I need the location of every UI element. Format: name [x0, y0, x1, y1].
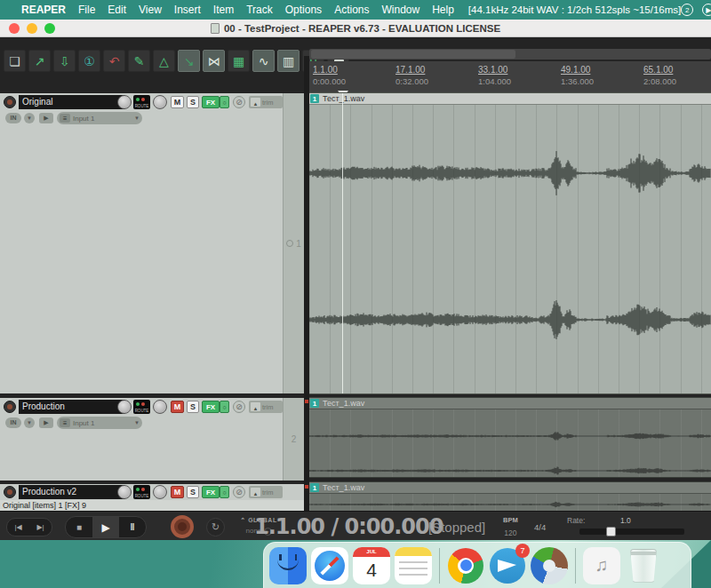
- safari-icon[interactable]: [311, 547, 348, 584]
- rate-slider[interactable]: [579, 528, 684, 535]
- track-name[interactable]: Original: [19, 95, 125, 109]
- transport-position[interactable]: 1.1.00 / 0:00.000: [254, 514, 443, 539]
- trash-icon[interactable]: [625, 547, 662, 584]
- undo-icon[interactable]: ↶: [103, 50, 125, 72]
- input-dropdown-icon[interactable]: ▼: [24, 417, 35, 428]
- horizontal-scrollbar[interactable]: [309, 49, 711, 60]
- track-name[interactable]: Production: [19, 400, 125, 414]
- bpm-control[interactable]: BPM 120: [503, 516, 518, 537]
- input-in-button[interactable]: IN: [5, 417, 21, 428]
- project-tab-icon[interactable]: ①: [78, 50, 100, 72]
- go-to-end-button[interactable]: ▶|: [29, 519, 52, 536]
- media-item-track1[interactable]: 1 Тест_1.wav: [309, 93, 711, 393]
- trim-envelope-button[interactable]: ▲ trim: [249, 96, 283, 108]
- tcp-arrange-divider[interactable]: [304, 56, 309, 540]
- input-in-button[interactable]: IN: [5, 113, 21, 123]
- envelope-button[interactable]: ⊘: [233, 96, 245, 108]
- track-name[interactable]: Production v2: [19, 485, 125, 499]
- solo-button[interactable]: S: [187, 401, 199, 413]
- new-project-icon[interactable]: ❏: [4, 50, 26, 72]
- menu-edit[interactable]: Edit: [108, 4, 126, 16]
- menu-item[interactable]: Item: [213, 4, 234, 16]
- metronome-icon[interactable]: △: [153, 50, 175, 72]
- play-button[interactable]: ▶: [92, 517, 119, 537]
- envelope-points-icon[interactable]: ∿: [252, 50, 275, 72]
- input-select[interactable]: ☰ Input 1 ▼: [57, 417, 142, 429]
- pan-knob[interactable]: [153, 485, 167, 499]
- monitor-button[interactable]: ▶: [39, 417, 53, 428]
- go-to-start-button[interactable]: |◀: [7, 519, 29, 536]
- open-project-icon[interactable]: ↗: [28, 50, 51, 72]
- menu-help[interactable]: Help: [432, 4, 454, 16]
- menu-file[interactable]: File: [78, 4, 95, 16]
- track-panel-original[interactable]: 1 Original ROUTE M S FX ○ ⊘ ▲ trim IN: [0, 93, 304, 393]
- menu-window[interactable]: Window: [381, 4, 419, 16]
- menu-app-name[interactable]: REAPER: [21, 4, 66, 16]
- solo-button[interactable]: S: [187, 486, 199, 498]
- record-arm-button[interactable]: [4, 96, 16, 108]
- track-panel-production[interactable]: 2 Production ROUTE M S FX ○ ⊘ ▲ trim IN: [0, 398, 304, 481]
- record-arm-button[interactable]: [4, 486, 16, 498]
- stop-button[interactable]: ■: [66, 517, 92, 537]
- record-button[interactable]: [171, 515, 194, 538]
- media-item-track3[interactable]: 1 Тест_1.wav: [309, 482, 711, 511]
- monitor-button[interactable]: ▶: [39, 113, 53, 123]
- menu-track[interactable]: Track: [246, 4, 273, 16]
- record-arm-button[interactable]: [4, 401, 16, 413]
- fx-bypass-icon[interactable]: ○: [220, 96, 229, 108]
- trim-envelope-button[interactable]: ▲ trim: [249, 401, 283, 413]
- track-number-strip[interactable]: 1: [283, 93, 304, 393]
- menu-actions[interactable]: Actions: [334, 4, 369, 16]
- window-titlebar[interactable]: 00 - TestProject - REAPER v6.73 - EVALUA…: [0, 20, 711, 37]
- fx-button[interactable]: FX: [202, 96, 220, 108]
- solo-button[interactable]: S: [187, 96, 199, 108]
- notes-icon[interactable]: [395, 547, 432, 584]
- volume-knob[interactable]: [117, 95, 132, 109]
- trim-envelope-button[interactable]: ▲ trim: [249, 486, 283, 498]
- rate-slider-handle[interactable]: [606, 527, 616, 536]
- save-project-icon[interactable]: ⇩: [53, 50, 76, 72]
- envelope-button[interactable]: ⊘: [233, 486, 245, 498]
- fx-bypass-icon[interactable]: ○: [220, 486, 229, 498]
- fx-bypass-icon[interactable]: ○: [220, 401, 229, 413]
- mute-button[interactable]: M: [171, 96, 184, 108]
- play-circle-icon[interactable]: ▶: [702, 4, 711, 16]
- calendar-icon[interactable]: JUL 4: [353, 547, 390, 584]
- grid-lines-icon[interactable]: ▥: [277, 50, 300, 72]
- volume-knob[interactable]: [117, 400, 132, 414]
- menu-options[interactable]: Options: [285, 4, 322, 16]
- input-select[interactable]: ☰ Input 1 ▼: [57, 112, 142, 124]
- menu-view[interactable]: View: [139, 4, 162, 16]
- finder-icon[interactable]: [269, 547, 307, 584]
- route-button[interactable]: ROUTE: [133, 95, 150, 109]
- telegram-icon[interactable]: 7: [489, 547, 526, 584]
- music-icon[interactable]: ♫: [583, 547, 620, 584]
- pan-knob[interactable]: [153, 400, 167, 414]
- rate-value[interactable]: 1.0: [620, 516, 631, 525]
- mouse-select-icon[interactable]: ↘: [178, 50, 200, 72]
- menu-insert[interactable]: Insert: [174, 4, 201, 16]
- volume-knob[interactable]: [117, 485, 132, 499]
- track-number-strip[interactable]: 2: [283, 398, 304, 481]
- envelope-button[interactable]: ⊘: [233, 401, 245, 413]
- time-signature[interactable]: 4/4: [534, 522, 546, 532]
- input-dropdown-icon[interactable]: ▼: [24, 113, 35, 123]
- mute-button[interactable]: M: [171, 401, 184, 413]
- grid-hand-icon[interactable]: ▦: [228, 50, 250, 72]
- reaper-dock-icon[interactable]: [531, 547, 568, 584]
- track-panel-production-v2[interactable]: Production v2 ROUTE M S FX ○ ⊘ ▲ trim: [0, 484, 304, 500]
- redo-icon[interactable]: ✎: [128, 50, 150, 72]
- route-button[interactable]: ROUTE: [133, 485, 150, 499]
- screen-record-icon[interactable]: 2: [681, 4, 693, 16]
- pan-knob[interactable]: [153, 95, 167, 109]
- repeat-button[interactable]: ↻: [206, 518, 225, 536]
- crossfade-icon[interactable]: ⋈: [203, 50, 225, 72]
- mute-button[interactable]: M: [171, 486, 184, 498]
- fx-button[interactable]: FX: [202, 486, 220, 498]
- scrollbar-thumb[interactable]: [311, 50, 515, 59]
- fx-button[interactable]: FX: [202, 401, 220, 413]
- media-item-track2[interactable]: 1 Тест_1.wav: [309, 398, 711, 477]
- pause-button[interactable]: ‖: [119, 517, 146, 537]
- track-fold-icon[interactable]: [286, 240, 293, 247]
- chrome-icon[interactable]: [447, 547, 484, 584]
